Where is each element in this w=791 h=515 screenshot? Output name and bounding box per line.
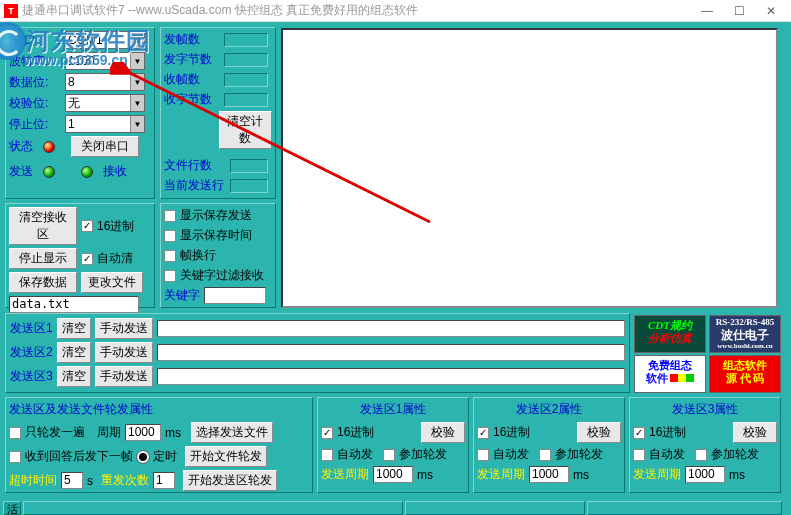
send3-label: 发送区3: [10, 368, 53, 385]
ad-src[interactable]: 组态软件源 代 码: [709, 355, 781, 393]
area1-period-input[interactable]: 1000: [373, 466, 413, 483]
area2-hex-checkbox[interactable]: ✓: [477, 427, 489, 439]
bytes-recv-value: [224, 93, 268, 107]
file-lines-value: [230, 159, 268, 173]
send2-clear-button[interactable]: 清空: [57, 342, 91, 363]
start-area-button[interactable]: 开始发送区轮发: [183, 470, 277, 491]
ad-free[interactable]: 免费组态软件: [634, 355, 706, 393]
ad-rs[interactable]: RS-232/RS-485波仕电子www.boshi.com.cn: [709, 315, 781, 353]
retry-label: 重发次数: [101, 472, 149, 489]
area1-hex-checkbox[interactable]: ✓: [321, 427, 333, 439]
area1-verify-button[interactable]: 校验: [421, 422, 465, 443]
receive-textarea[interactable]: [281, 28, 778, 308]
keyword-input[interactable]: [204, 287, 266, 304]
area1-props-panel: 发送区1属性 ✓16进制校验 自动发参加轮发 发送周期1000ms: [317, 397, 469, 493]
send1-label: 发送区1: [10, 320, 53, 337]
area3-join-checkbox[interactable]: [695, 449, 707, 461]
send1-manual-button[interactable]: 手动发送: [95, 318, 153, 339]
send-led: [43, 166, 55, 178]
hex-checkbox[interactable]: ✓: [81, 220, 93, 232]
baud-select[interactable]: 1200▼: [65, 52, 145, 70]
minimize-button[interactable]: —: [691, 1, 723, 21]
area3-verify-button[interactable]: 校验: [733, 422, 777, 443]
ontime-label: 定时: [153, 448, 177, 465]
status-label: 状态: [9, 138, 39, 155]
baud-label: 波特率:: [9, 53, 61, 70]
autoclear-label: 自动清: [97, 250, 133, 267]
select-file-button[interactable]: 选择发送文件: [191, 422, 273, 443]
poll-once-checkbox[interactable]: [9, 427, 21, 439]
retry-input[interactable]: 1: [153, 472, 175, 489]
filename-input[interactable]: data.txt: [9, 296, 139, 313]
recv-led: [81, 166, 93, 178]
send3-manual-button[interactable]: 手动发送: [95, 366, 153, 387]
send-label: 发送: [9, 163, 39, 180]
area3-period-input[interactable]: 1000: [685, 466, 725, 483]
frames-recv-value: [224, 73, 268, 87]
port-label: 端 口:: [9, 32, 61, 49]
poll-period-label: 周期: [97, 424, 121, 441]
close-button[interactable]: ✕: [755, 1, 787, 21]
display-options-panel: 显示保存发送 显示保存时间 帧换行 关键字过滤接收 关键字: [160, 203, 276, 308]
wait-reply-checkbox[interactable]: [9, 451, 21, 463]
autoclear-checkbox[interactable]: ✓: [81, 253, 93, 265]
send3-clear-button[interactable]: 清空: [57, 366, 91, 387]
clear-recv-button[interactable]: 清空接收区: [9, 207, 77, 245]
area2-period-input[interactable]: 1000: [529, 466, 569, 483]
bytes-sent-value: [224, 53, 268, 67]
show-save-time-checkbox[interactable]: [164, 230, 176, 242]
clear-count-button[interactable]: 清空计数: [219, 111, 272, 149]
area3-title: 发送区3属性: [633, 401, 777, 418]
databits-select[interactable]: 8▼: [65, 73, 145, 91]
area3-auto-checkbox[interactable]: [633, 449, 645, 461]
hex-label: 16进制: [97, 218, 134, 235]
area1-title: 发送区1属性: [321, 401, 465, 418]
poll-period-input[interactable]: 1000: [125, 424, 161, 441]
window-title: 捷通串口调试软件7 --www.uScada.com 快控组态 真正免费好用的组…: [22, 2, 691, 19]
start-file-button[interactable]: 开始文件轮发: [185, 446, 267, 467]
timeout-input[interactable]: 5: [61, 472, 83, 489]
send2-manual-button[interactable]: 手动发送: [95, 342, 153, 363]
recv-label: 接收: [103, 163, 127, 180]
stopbits-label: 停止位:: [9, 116, 61, 133]
stop-display-button[interactable]: 停止显示: [9, 248, 77, 269]
frame-wrap-checkbox[interactable]: [164, 250, 176, 262]
maximize-button[interactable]: ☐: [723, 1, 755, 21]
stopbits-select[interactable]: 1▼: [65, 115, 145, 133]
ad-cdt[interactable]: CDT规约分析仿真: [634, 315, 706, 353]
keyword-filter-label: 关键字过滤接收: [180, 267, 264, 284]
parity-select[interactable]: 无▼: [65, 94, 145, 112]
save-data-button[interactable]: 保存数据: [9, 272, 77, 293]
send1-input[interactable]: [157, 320, 625, 337]
frames-sent-value: [224, 33, 268, 47]
keyword-filter-checkbox[interactable]: [164, 270, 176, 282]
counters-panel: 发帧数 发字节数 收帧数 收字节数 清空计数 文件行数 当前发送行: [160, 27, 276, 199]
port-select[interactable]: COM1▼: [65, 31, 145, 49]
send2-label: 发送区2: [10, 344, 53, 361]
status-bar: 活: [0, 501, 791, 515]
send1-clear-button[interactable]: 清空: [57, 318, 91, 339]
area2-auto-checkbox[interactable]: [477, 449, 489, 461]
parity-label: 校验位:: [9, 95, 61, 112]
show-save-send-checkbox[interactable]: [164, 210, 176, 222]
file-lines-label: 文件行数: [164, 157, 226, 174]
poll-once-label: 只轮发一遍: [25, 424, 85, 441]
wait-reply-label: 收到回答后发下一帧: [25, 448, 133, 465]
area3-hex-checkbox[interactable]: ✓: [633, 427, 645, 439]
chevron-down-icon: ▼: [130, 53, 144, 69]
send2-input[interactable]: [157, 344, 625, 361]
area1-join-checkbox[interactable]: [383, 449, 395, 461]
area2-props-panel: 发送区2属性 ✓16进制校验 自动发参加轮发 发送周期1000ms: [473, 397, 625, 493]
show-save-time-label: 显示保存时间: [180, 227, 252, 244]
change-file-button[interactable]: 更改文件: [81, 272, 143, 293]
area3-props-panel: 发送区3属性 ✓16进制校验 自动发参加轮发 发送周期1000ms: [629, 397, 781, 493]
close-port-button[interactable]: 关闭串口: [71, 136, 139, 157]
current-line-value: [230, 179, 268, 193]
area2-verify-button[interactable]: 校验: [577, 422, 621, 443]
ontime-radio[interactable]: [137, 451, 149, 463]
send3-input[interactable]: [157, 368, 625, 385]
area1-auto-checkbox[interactable]: [321, 449, 333, 461]
s-label: s: [87, 474, 93, 488]
status-cell-1: 活: [3, 501, 21, 515]
area2-join-checkbox[interactable]: [539, 449, 551, 461]
